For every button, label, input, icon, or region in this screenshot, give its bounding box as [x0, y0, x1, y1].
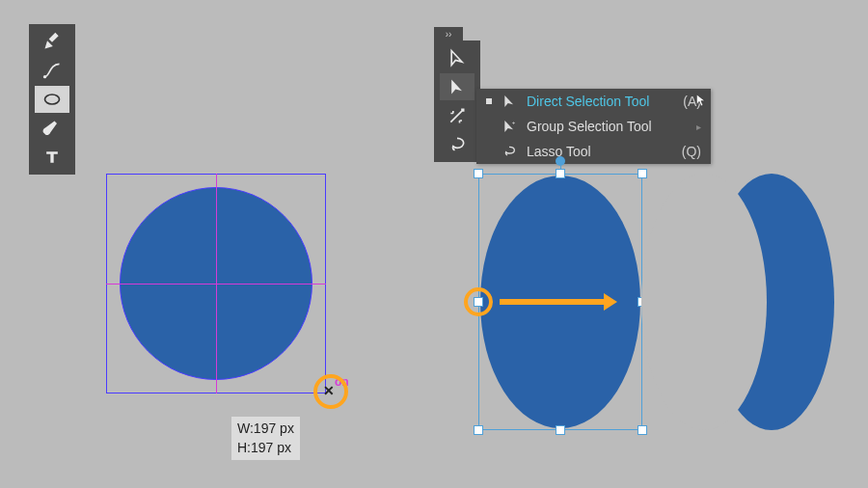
flyout-label: Group Selection Tool	[527, 119, 687, 134]
tool-flyout-menu: Direct Selection Tool (A) + Group Select…	[476, 89, 711, 164]
panel-expand-tab[interactable]: ››	[434, 27, 463, 41]
curvature-tool[interactable]	[35, 57, 69, 84]
svg-point-0	[43, 75, 46, 78]
magic-wand-tool[interactable]	[440, 102, 475, 129]
resize-handle[interactable]	[637, 425, 647, 435]
drag-arrow-icon	[500, 299, 606, 305]
mouse-cursor-icon	[693, 93, 709, 108]
brush-icon	[42, 119, 62, 138]
resize-handle[interactable]	[556, 425, 565, 435]
lasso-icon	[448, 135, 467, 154]
width-label: W:197 px	[237, 420, 294, 436]
svg-text:+: +	[512, 120, 516, 125]
left-toolbar	[29, 24, 75, 175]
highlight-ring	[464, 287, 493, 316]
lasso-icon	[502, 144, 517, 159]
flyout-item-group-selection[interactable]: + Group Selection Tool ▸	[476, 114, 711, 139]
flyout-item-lasso[interactable]: Lasso Tool (Q)	[476, 139, 711, 164]
height-label: H:197 px	[237, 440, 291, 455]
flyout-label: Lasso Tool	[527, 144, 672, 159]
pen-tool[interactable]	[35, 28, 69, 55]
pen-icon	[42, 32, 62, 51]
center-guide-vertical	[216, 174, 217, 393]
flyout-item-direct-selection[interactable]: Direct Selection Tool (A)	[476, 89, 711, 114]
curvature-icon	[42, 61, 62, 80]
ellipse-tool[interactable]	[35, 86, 69, 113]
magic-wand-icon	[448, 106, 467, 125]
right-toolbar	[434, 41, 480, 162]
direct-selection-icon	[448, 77, 467, 96]
submenu-arrow-icon: ▸	[696, 122, 701, 132]
rotate-handle-icon[interactable]	[556, 156, 565, 166]
resize-handle[interactable]	[556, 169, 565, 178]
dimension-tooltip: W:197 px H:197 px	[231, 417, 300, 460]
lasso-tool[interactable]	[440, 131, 475, 158]
selection-icon	[448, 48, 467, 68]
circle-bounding-group	[106, 174, 326, 393]
flyout-label: Direct Selection Tool	[527, 94, 673, 109]
type-tool[interactable]	[35, 144, 69, 171]
crescent-cutout	[641, 174, 767, 430]
group-selection-icon: +	[502, 119, 517, 134]
resize-cursor-icon: ✕	[323, 384, 335, 397]
selection-tool[interactable]	[440, 44, 475, 71]
active-dot-icon	[486, 98, 492, 104]
brush-tool[interactable]	[35, 115, 69, 142]
direct-selection-icon	[502, 94, 517, 109]
svg-point-1	[45, 95, 60, 104]
resize-handle[interactable]	[637, 169, 647, 178]
ellipse-icon	[42, 90, 62, 109]
resize-handle[interactable]	[474, 425, 483, 435]
resize-handle[interactable]	[474, 169, 483, 178]
direct-selection-tool[interactable]	[440, 73, 475, 100]
crescent-shape[interactable]	[709, 174, 834, 430]
flyout-shortcut: (Q)	[682, 144, 701, 159]
type-icon	[42, 148, 62, 167]
